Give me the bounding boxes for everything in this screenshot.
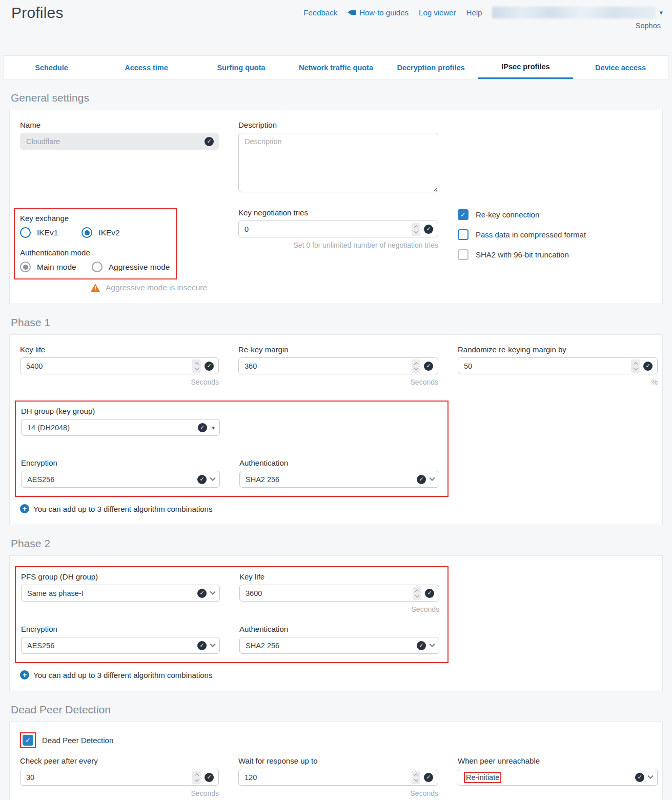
tab-network-traffic-quota[interactable]: Network traffic quota: [289, 56, 383, 79]
phase1-heading: Phase 1: [11, 316, 672, 329]
p1-rekey-margin-field[interactable]: ✓: [238, 357, 438, 374]
check-peer-label: Check peer after every: [20, 756, 219, 765]
key-negotiation-input[interactable]: [245, 225, 408, 233]
annotation-box-key-exchange: Key exchange IKEv1 IKEv2 Authentication …: [14, 208, 177, 279]
number-stepper[interactable]: [631, 359, 640, 373]
account-name-redacted: [492, 7, 656, 18]
p2-authentication-select[interactable]: SHA2 256 ✓: [239, 637, 439, 654]
p1-key-life-input[interactable]: [26, 362, 189, 370]
check-badge-icon: ✓: [643, 362, 653, 371]
phase2-heading: Phase 2: [11, 537, 672, 550]
tab-schedule[interactable]: Schedule: [4, 56, 99, 79]
p1-randomize-label: Randomize re-keying margin by: [458, 345, 658, 354]
description-input[interactable]: [238, 133, 438, 192]
account-menu[interactable]: ▾: [492, 7, 663, 18]
check-badge-icon: ✓: [424, 362, 433, 371]
check-badge-icon: ✓: [198, 423, 207, 432]
checkbox-compressed-format[interactable]: ✓ Pass data in compressed format: [458, 229, 658, 240]
caret-down-icon: ▾: [212, 425, 215, 431]
pfs-group-select[interactable]: Same as phase-I ✓: [21, 585, 220, 602]
annotation-box-phase1-algorithms: DH group (key group) 14 (DH2048) ✓ ▾ Enc…: [15, 401, 449, 497]
number-stepper[interactable]: [192, 359, 201, 373]
radio-icon: [92, 262, 103, 272]
dh-group-select[interactable]: 14 (DH2048) ✓ ▾: [21, 419, 220, 436]
tab-access-time[interactable]: Access time: [99, 56, 194, 79]
wait-response-label: Wait for response up to: [238, 756, 438, 765]
number-stepper[interactable]: [412, 359, 420, 373]
feedback-link[interactable]: Feedback: [303, 8, 337, 17]
radio-ikev2[interactable]: IKEv2: [82, 227, 119, 238]
plus-circle-icon[interactable]: +: [20, 504, 29, 513]
check-badge-icon: ✓: [417, 641, 426, 650]
unit-label: %: [458, 378, 658, 386]
p1-randomize-input[interactable]: [464, 362, 627, 370]
phase2-card: PFS group (DH group) Same as phase-I ✓ K…: [9, 555, 663, 691]
check-badge-icon: ✓: [197, 641, 207, 650]
chevron-down-icon: [429, 475, 435, 481]
p1-key-life-field[interactable]: ✓: [20, 357, 219, 374]
chevron-down-icon: [647, 773, 653, 778]
unit-label: Seconds: [238, 789, 438, 797]
p1-rekey-margin-input[interactable]: [245, 362, 408, 370]
number-stepper[interactable]: [412, 771, 420, 784]
check-peer-field[interactable]: ✓: [20, 769, 219, 786]
p2-key-life-label: Key life: [239, 572, 439, 581]
help-link[interactable]: Help: [466, 8, 482, 17]
radio-selected-icon: [20, 262, 31, 272]
checkbox-sha2-truncation[interactable]: ✓ SHA2 with 96-bit truncation: [458, 249, 658, 260]
wait-response-field[interactable]: ✓: [238, 769, 438, 786]
annotation-box-phase2-algorithms: PFS group (DH group) Same as phase-I ✓ K…: [15, 566, 449, 663]
checkbox-rekey-connection[interactable]: ✓ Re-key connection: [458, 209, 658, 220]
check-badge-icon: ✓: [424, 225, 433, 234]
page-title: Profiles: [11, 4, 64, 22]
chevron-down-icon: [210, 589, 215, 594]
annotation-box-dpd-checkbox: ✓: [20, 732, 36, 748]
phase1-card: Key life ✓ Seconds Re-key margin ✓ Secon…: [9, 334, 663, 525]
radio-selected-icon: [82, 227, 92, 238]
chevron-down-icon: [210, 475, 215, 481]
check-badge-icon: ✓: [205, 362, 214, 371]
brand-label: Sophos: [636, 22, 661, 30]
tab-decryption-profiles[interactable]: Decryption profiles: [383, 56, 478, 79]
checkbox-icon: ✓: [458, 229, 469, 240]
tab-surfing-quota[interactable]: Surfing quota: [194, 56, 289, 79]
check-peer-input[interactable]: [26, 773, 189, 782]
plus-circle-icon[interactable]: +: [20, 670, 29, 679]
tab-bar: Schedule Access time Surfing quota Netwo…: [4, 55, 668, 79]
key-negotiation-field[interactable]: ✓: [238, 221, 438, 237]
number-stepper[interactable]: [192, 771, 201, 784]
wait-response-input[interactable]: [245, 773, 408, 782]
p1-add-note: You can add up to 3 different algorithm …: [33, 505, 212, 513]
p2-key-life-input[interactable]: [246, 589, 409, 597]
p2-key-life-field[interactable]: ✓: [239, 585, 439, 602]
p1-rekey-margin-label: Re-key margin: [238, 345, 438, 354]
radio-main-mode[interactable]: Main mode: [20, 262, 76, 272]
checkbox-dpd[interactable]: ✓: [23, 735, 33, 746]
tab-device-access[interactable]: Device access: [573, 56, 668, 79]
auth-mode-label: Authentication mode: [20, 248, 170, 257]
p2-encryption-select[interactable]: AES256 ✓: [21, 637, 220, 654]
unit-label: Seconds: [238, 378, 438, 386]
name-field[interactable]: ✓: [20, 133, 219, 150]
number-stepper[interactable]: [413, 587, 421, 600]
log-viewer-link[interactable]: Log viewer: [419, 8, 456, 17]
howto-guides-link[interactable]: How-to guides: [348, 8, 409, 17]
p2-add-note: You can add up to 3 different algorithm …: [33, 671, 212, 679]
when-unreachable-select[interactable]: Re-initiate ✓: [458, 769, 658, 786]
chevron-down-icon: [429, 641, 435, 647]
radio-ikev1[interactable]: IKEv1: [20, 227, 58, 238]
name-input[interactable]: [26, 137, 201, 146]
p1-authentication-select[interactable]: SHA2 256 ✓: [239, 471, 439, 488]
tab-ipsec-profiles[interactable]: IPsec profiles: [478, 56, 573, 79]
chevron-down-icon: [210, 641, 215, 647]
p1-encryption-label: Encryption: [21, 458, 220, 467]
number-stepper[interactable]: [412, 223, 420, 236]
check-badge-icon: ✓: [424, 773, 433, 782]
radio-aggressive-mode[interactable]: Aggressive mode: [92, 262, 170, 272]
check-badge-icon: ✓: [197, 589, 207, 598]
key-exchange-label: Key exchange: [20, 214, 170, 223]
dpd-card: ✓ Dead Peer Detection Check peer after e…: [9, 722, 663, 800]
pfs-group-label: PFS group (DH group): [21, 572, 220, 581]
p1-encryption-select[interactable]: AES256 ✓: [21, 471, 220, 488]
p1-randomize-field[interactable]: ✓: [458, 357, 658, 374]
